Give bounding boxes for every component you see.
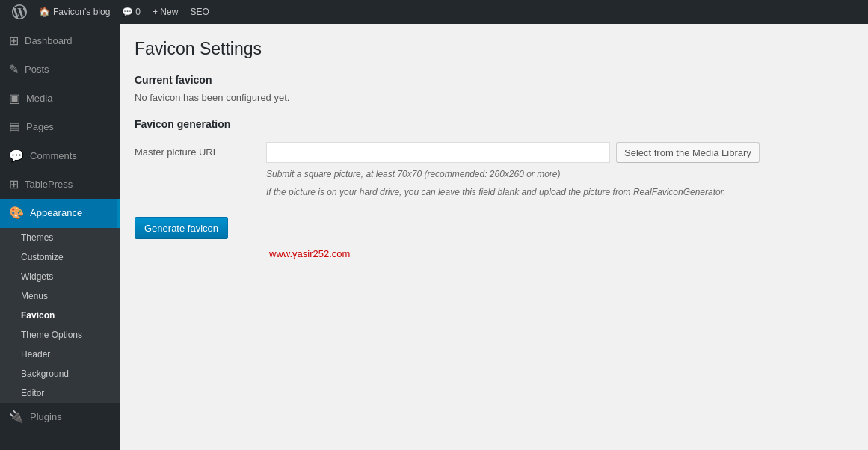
sidebar: ⊞ Dashboard ✎ Posts ▣ Media ▤ Pages 💬 Co… [0, 24, 120, 450]
sidebar-media-label: Media [26, 92, 52, 105]
master-picture-label: Master picture URL [135, 142, 254, 158]
current-favicon-heading: Current favicon [135, 74, 853, 86]
sidebar-sub-themes[interactable]: Themes [0, 228, 120, 247]
admin-bar: 🏠 Favicon's blog 💬 0 + New SEO [0, 0, 868, 24]
appearance-submenu: Themes Customize Widgets Menus Favicon T… [0, 228, 120, 403]
widgets-sub-label: Widgets [21, 271, 53, 282]
comments-icon: 💬 [9, 148, 24, 164]
sidebar-tablepress-label: TablePress [25, 178, 73, 191]
editor-sub-label: Editor [21, 388, 44, 398]
no-favicon-text: No favicon has been configured yet. [135, 92, 853, 103]
sidebar-posts-label: Posts [25, 63, 49, 76]
sidebar-item-appearance[interactable]: 🎨 Appearance [0, 199, 120, 227]
theme-options-sub-label: Theme Options [21, 330, 82, 340]
sidebar-sub-menus[interactable]: Menus [0, 286, 120, 306]
sidebar-sub-background[interactable]: Background [0, 364, 120, 383]
master-picture-input-row: Select from the Media Library [266, 142, 760, 163]
site-name-item[interactable]: 🏠 Favicon's blog [33, 0, 116, 24]
sidebar-item-tablepress[interactable]: ⊞ TablePress [0, 170, 120, 199]
sidebar-plugins-label: Plugins [30, 410, 62, 424]
sidebar-item-comments[interactable]: 💬 Comments [0, 142, 120, 170]
favicon-sub-label: Favicon [21, 310, 55, 321]
plugins-icon: 🔌 [9, 409, 24, 425]
main-content: Favicon Settings Current favicon No favi… [120, 24, 868, 450]
generate-favicon-button[interactable]: Generate favicon [135, 217, 228, 239]
tablepress-icon: ⊞ [9, 176, 19, 193]
wp-logo-item[interactable] [6, 0, 33, 24]
select-media-button[interactable]: Select from the Media Library [616, 142, 760, 163]
sidebar-dashboard-label: Dashboard [25, 34, 73, 48]
sidebar-item-dashboard[interactable]: ⊞ Dashboard [0, 27, 120, 55]
sidebar-sub-editor[interactable]: Editor [0, 383, 120, 403]
themes-sub-label: Themes [21, 232, 53, 243]
hint2-text: If the picture is on your hard drive, yo… [266, 185, 760, 199]
customize-sub-label: Customize [21, 252, 64, 262]
sidebar-appearance-label: Appearance [30, 206, 82, 220]
generate-favicon-label: Generate favicon [144, 223, 218, 234]
header-sub-label: Header [21, 349, 50, 360]
appearance-icon: 🎨 [9, 205, 24, 221]
master-picture-input[interactable] [266, 142, 610, 163]
background-sub-label: Background [21, 369, 69, 379]
comment-bubble-icon: 💬 [122, 7, 133, 17]
sidebar-sub-theme-options[interactable]: Theme Options [0, 325, 120, 345]
sidebar-sub-customize[interactable]: Customize [0, 247, 120, 267]
select-media-label: Select from the Media Library [624, 147, 751, 158]
layout: ⊞ Dashboard ✎ Posts ▣ Media ▤ Pages 💬 Co… [0, 24, 868, 450]
sidebar-comments-label: Comments [30, 150, 77, 163]
posts-icon: ✎ [9, 61, 19, 78]
comments-count: 0 [135, 7, 141, 17]
sidebar-sub-header[interactable]: Header [0, 345, 120, 364]
home-icon: 🏠 [39, 7, 50, 17]
watermark-text: www.yasir252.com [269, 248, 350, 259]
media-icon: ▣ [9, 90, 20, 107]
sidebar-sub-favicon[interactable]: Favicon [0, 306, 120, 325]
sidebar-pages-label: Pages [26, 120, 54, 134]
seo-item[interactable]: SEO [184, 0, 215, 24]
pages-icon: ▤ [9, 119, 20, 135]
sidebar-item-media[interactable]: ▣ Media [0, 84, 120, 113]
sidebar-sub-widgets[interactable]: Widgets [0, 267, 120, 286]
favicon-generation-heading: Favicon generation [135, 118, 853, 130]
site-name-label: Favicon's blog [53, 7, 110, 17]
sidebar-item-plugins[interactable]: 🔌 Plugins [0, 403, 120, 431]
menus-sub-label: Menus [21, 291, 48, 301]
sidebar-main-menu: ⊞ Dashboard ✎ Posts ▣ Media ▤ Pages 💬 Co… [0, 24, 120, 434]
new-label: + New [153, 7, 178, 17]
new-item[interactable]: + New [147, 0, 184, 24]
master-picture-row: Master picture URL Select from the Media… [135, 142, 853, 199]
page-title: Favicon Settings [135, 39, 853, 59]
sidebar-item-posts[interactable]: ✎ Posts [0, 55, 120, 84]
seo-label: SEO [190, 7, 209, 17]
master-picture-field-wrap: Select from the Media Library Submit a s… [266, 142, 760, 199]
comments-item[interactable]: 💬 0 [116, 0, 147, 24]
hint1-text: Submit a square picture, at least 70x70 … [266, 167, 760, 181]
wp-logo-icon [12, 4, 27, 19]
dashboard-icon: ⊞ [9, 33, 19, 49]
sidebar-item-pages[interactable]: ▤ Pages [0, 113, 120, 141]
